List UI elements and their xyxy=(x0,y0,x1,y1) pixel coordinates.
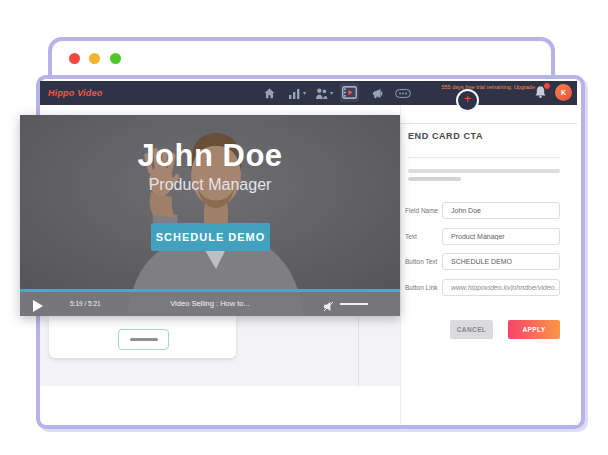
campaigns-icon[interactable] xyxy=(370,86,385,101)
field-name-input[interactable] xyxy=(442,202,560,219)
window-minimize-dot[interactable] xyxy=(89,53,100,64)
endcard-role-text: Product Manager xyxy=(20,176,400,194)
contacts-icon[interactable] xyxy=(314,86,329,101)
skeleton-bar xyxy=(408,169,560,173)
field-name-label: Field Name xyxy=(405,207,441,214)
placeholder-dash xyxy=(130,338,158,341)
button-link-label: Button Link xyxy=(405,284,441,291)
notification-badge xyxy=(543,82,551,90)
button-text-label: Button Text xyxy=(405,258,441,265)
panel-top-divider xyxy=(400,123,577,124)
cta-button-placeholder xyxy=(118,329,169,350)
app-header: Hippo Video ▾ ▾ 555 days free trial rema… xyxy=(40,81,577,105)
video-library-icon[interactable] xyxy=(340,83,359,102)
window-close-dot[interactable] xyxy=(69,53,80,64)
button-link-input[interactable] xyxy=(442,279,560,296)
endcard-cta-button[interactable]: SCHEDULE DEMO xyxy=(151,223,270,251)
skeleton-bar xyxy=(408,177,461,181)
cancel-button[interactable]: CANCEL xyxy=(450,320,493,339)
panel-heading: END CARD CTA xyxy=(408,131,483,141)
panel-heading-divider xyxy=(408,157,560,158)
window-maximize-dot[interactable] xyxy=(110,53,121,64)
hippo-video-logo[interactable]: Hippo Video xyxy=(48,88,102,98)
video-player: John Doe Product Manager SCHEDULE DEMO 5… xyxy=(20,115,400,316)
analytics-caret-icon: ▾ xyxy=(303,89,306,96)
button-text-input[interactable] xyxy=(442,253,560,270)
text-label: Text xyxy=(405,233,441,240)
create-video-plus-button[interactable]: + xyxy=(456,89,479,112)
text-input[interactable] xyxy=(442,228,560,245)
volume-muted-icon[interactable] xyxy=(323,298,334,309)
apply-button[interactable]: APPLY xyxy=(508,320,560,339)
analytics-icon[interactable] xyxy=(287,86,302,101)
video-controls-bar: 5:19 / 5:21 Video Selling : How to... xyxy=(20,292,400,316)
home-icon[interactable] xyxy=(262,86,277,101)
volume-slider[interactable] xyxy=(340,303,368,305)
user-avatar[interactable]: K xyxy=(555,84,572,101)
canvas-divider-line xyxy=(358,316,359,386)
contacts-caret-icon: ▾ xyxy=(330,89,333,96)
endcard-name-text: John Doe xyxy=(20,138,400,174)
